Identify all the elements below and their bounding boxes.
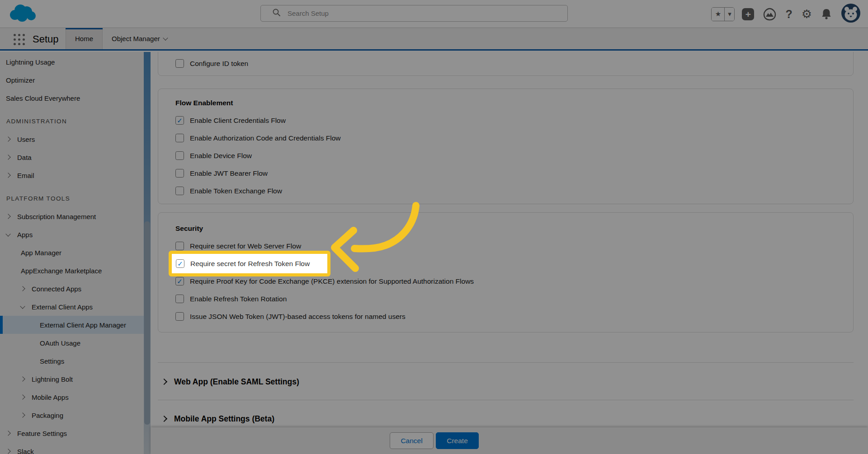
spotlight-refresh-token-checkbox[interactable]: Require secret for Refresh Token Flow [169, 251, 330, 276]
dim-overlay [0, 0, 868, 454]
checkbox[interactable] [176, 259, 184, 268]
setup-page: Search Setup ★ ▾ + ? ⚙ [0, 0, 868, 454]
annotation-arrow [326, 198, 425, 275]
checkbox-label: Require secret for Refresh Token Flow [190, 260, 310, 268]
